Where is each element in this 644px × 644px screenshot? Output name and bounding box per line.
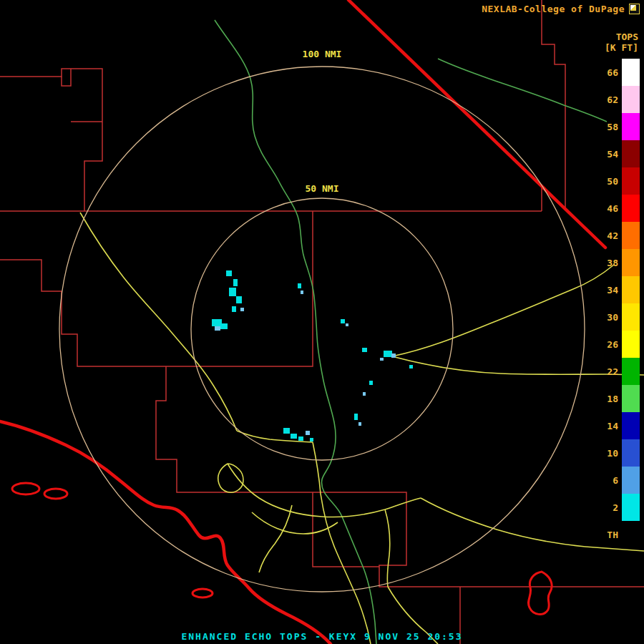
echo-cell bbox=[298, 283, 301, 288]
echo-cell bbox=[363, 392, 366, 396]
legend-cell-label: 14 bbox=[595, 421, 622, 431]
legend-cell-label: 42 bbox=[595, 230, 622, 241]
legend-cell-row: 22 bbox=[595, 358, 640, 385]
echo-cell bbox=[369, 381, 373, 385]
echo-cell bbox=[346, 323, 348, 326]
state-border-lines bbox=[0, 0, 605, 644]
county-lines bbox=[0, 0, 644, 644]
legend-cell-swatch bbox=[622, 140, 640, 167]
echo-cell bbox=[341, 319, 345, 323]
legend-cell-label: 38 bbox=[595, 258, 622, 268]
legend-cell-label: 2 bbox=[595, 502, 622, 513]
legend-cell-swatch bbox=[622, 467, 640, 494]
echo-cell bbox=[232, 306, 236, 312]
echo-cell bbox=[384, 351, 392, 357]
legend-units: [K FT] bbox=[595, 42, 640, 53]
legend-cell-label: 54 bbox=[595, 149, 622, 160]
echo-cell bbox=[283, 428, 290, 434]
radar-display: 100 NMI 50 NMI NEXLAB-College of DuPage … bbox=[0, 0, 644, 644]
echo-cell bbox=[362, 348, 367, 352]
islands bbox=[12, 483, 552, 614]
legend-cell-label: 18 bbox=[595, 394, 622, 404]
road-lines bbox=[80, 213, 644, 644]
state-line-diagonal bbox=[348, 0, 605, 248]
legend-cell-label: 10 bbox=[595, 448, 622, 459]
header: NEXLAB-College of DuPage bbox=[482, 4, 640, 14]
echo-cell bbox=[298, 436, 303, 441]
legend-cell-swatch bbox=[622, 385, 640, 412]
legend-cell-swatch bbox=[622, 358, 640, 385]
legend-cell-swatch bbox=[622, 59, 640, 86]
legend-cell-label: 6 bbox=[595, 475, 622, 486]
legend-cell-row: 6 bbox=[595, 467, 640, 494]
legend-cell-swatch bbox=[622, 249, 640, 276]
legend-cell-swatch bbox=[622, 439, 640, 467]
legend-cell-row: 42 bbox=[595, 222, 640, 249]
echo-cell bbox=[212, 319, 222, 326]
legend-cell-swatch bbox=[622, 276, 640, 303]
range-ring-50-label: 50 NMI bbox=[306, 183, 339, 194]
river-lines bbox=[215, 20, 607, 644]
legend-cell-row: 18 bbox=[595, 385, 640, 412]
echo-cell bbox=[306, 431, 310, 435]
echo-cell bbox=[354, 414, 358, 420]
legend-cell-label: 58 bbox=[595, 122, 622, 132]
legend-cell-label: 34 bbox=[595, 285, 622, 296]
cod-logo-icon bbox=[629, 4, 640, 14]
product-caption: ENHANCED ECHO TOPS - KEYX 9 NOV 25 20:53 bbox=[0, 631, 644, 642]
legend-cell-row: 2 bbox=[595, 494, 640, 521]
echo-cell bbox=[229, 288, 236, 296]
legend-cell-row: 10 bbox=[595, 439, 640, 467]
legend-title: TOPS bbox=[595, 31, 640, 42]
legend-cell-label: TH bbox=[595, 530, 622, 540]
legend-cell-row: 30 bbox=[595, 303, 640, 331]
legend-cell-row: 46 bbox=[595, 195, 640, 222]
legend-cell-label: 50 bbox=[595, 176, 622, 187]
echo-cell bbox=[240, 308, 244, 311]
echo-cell bbox=[215, 326, 220, 331]
range-ring-100nmi bbox=[59, 67, 585, 592]
legend-cell-row: 58 bbox=[595, 113, 640, 140]
legend-cell-swatch bbox=[622, 412, 640, 439]
echo-cell bbox=[233, 279, 238, 286]
echo-cell bbox=[226, 270, 232, 276]
range-rings bbox=[59, 67, 585, 592]
legend-cell-label: 26 bbox=[595, 339, 622, 350]
echo-cell bbox=[380, 358, 384, 361]
legend-cell-swatch bbox=[622, 113, 640, 140]
legend-cell-swatch bbox=[622, 521, 640, 548]
legend-cell-swatch bbox=[622, 86, 640, 113]
legend-cell-row: 54 bbox=[595, 140, 640, 167]
legend-cell-row: 26 bbox=[595, 331, 640, 358]
legend-cell-label: 62 bbox=[595, 94, 622, 105]
echo-cell bbox=[358, 422, 361, 426]
echo-cell bbox=[409, 365, 413, 369]
legend-cell-row: 62 bbox=[595, 86, 640, 113]
legend-cell-swatch bbox=[622, 167, 640, 195]
legend-cell-label: 22 bbox=[595, 366, 622, 377]
legend-cell-swatch bbox=[622, 331, 640, 358]
echo-cell bbox=[220, 323, 228, 329]
legend-cell-row: TH bbox=[595, 521, 640, 548]
echo-cell bbox=[310, 438, 313, 441]
legend-cell-row: 38 bbox=[595, 249, 640, 276]
echo-cell bbox=[291, 434, 297, 439]
echo-tops-legend: TOPS [K FT] 6662585450464238343026221814… bbox=[595, 31, 640, 548]
brand-text: NEXLAB-College of DuPage bbox=[482, 4, 625, 14]
range-ring-50nmi bbox=[191, 198, 453, 460]
echo-cell bbox=[301, 291, 303, 294]
echo-cell bbox=[391, 353, 396, 358]
legend-cell-label: 30 bbox=[595, 312, 622, 323]
legend-cell-label: 66 bbox=[595, 67, 622, 78]
legend-cell-row: 34 bbox=[595, 276, 640, 303]
legend-cell-swatch bbox=[622, 494, 640, 521]
legend-cell-row: 66 bbox=[595, 59, 640, 86]
legend-cell-label: 46 bbox=[595, 203, 622, 214]
legend-cell-swatch bbox=[622, 222, 640, 249]
range-ring-100-label: 100 NMI bbox=[303, 49, 342, 59]
legend-cell-row: 50 bbox=[595, 167, 640, 195]
radar-map: 100 NMI 50 NMI bbox=[0, 0, 644, 644]
legend-cell-swatch bbox=[622, 195, 640, 222]
coastline bbox=[0, 421, 331, 644]
legend-cell-row: 14 bbox=[595, 412, 640, 439]
